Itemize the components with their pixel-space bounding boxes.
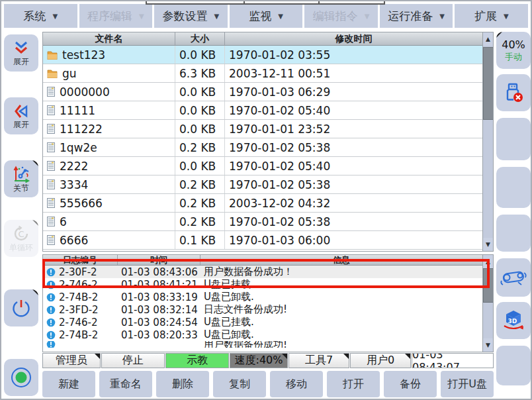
log-id: 2-746-2 [59, 279, 98, 291]
file-row[interactable]: gu 6.3 KB 2003-12-11 00:51 [43, 64, 482, 83]
file-size: 0.0 KB [175, 157, 225, 175]
svg-text:C: C [19, 229, 24, 239]
scrollbar-thumb[interactable] [483, 47, 494, 120]
robot-pendant-window: 系统▼ 程序编辑▼ 参数设置▼ 监视▼ 编辑指令▼ 运行准备▼ 扩展▼ 展开 展… [0, 0, 532, 400]
backup-button[interactable]: 备份 [384, 371, 437, 397]
start-button[interactable] [4, 359, 38, 396]
file-icon [47, 217, 55, 226]
menu-extension[interactable]: 扩展▼ [455, 4, 528, 28]
new-button[interactable]: 新建 [42, 371, 95, 397]
log-row[interactable]: 2-746-2 01-03 08:24:54 U盘已挂载. [43, 316, 482, 328]
view-3d-button[interactable]: 3D [496, 302, 531, 339]
menu-monitor[interactable]: 监视▼ [230, 4, 303, 28]
corner-flag-icon [282, 354, 287, 359]
rename-button[interactable]: 重命名 [99, 371, 152, 397]
status-speed[interactable]: 速度:40% [230, 353, 288, 368]
open-usb-button[interactable]: 打开U盘 [441, 371, 494, 397]
menu-parameter-settings[interactable]: 参数设置▼ [154, 4, 228, 28]
file-header-name: 文件名 [43, 32, 175, 45]
speed-mode-button[interactable]: 40% 手动 [496, 32, 531, 69]
scrollbar-thumb[interactable] [483, 268, 494, 303]
file-size: 0.2 KB [175, 138, 225, 156]
menu-run-prepare[interactable]: 运行准备▼ [380, 4, 453, 28]
menu-program-edit: 程序编辑▼ [79, 4, 153, 28]
file-name: 6666 [60, 234, 88, 247]
log-row[interactable]: 2-30F-2 01-03 08:43:06 用户数据备份成功！ [43, 266, 482, 278]
log-row-partial[interactable]: 用户数据备份成功! [43, 341, 482, 348]
file-size: 0.0 KB [175, 101, 225, 119]
status-run-state-label: 停止 [122, 354, 144, 368]
log-message: U盘已卸载. [200, 291, 482, 303]
menu-system[interactable]: 系统▼ [4, 4, 77, 28]
expand-left-button[interactable]: 展开 [4, 97, 38, 134]
file-date: 2003-12-11 00:51 [225, 64, 482, 82]
file-action-bar: 新建 重命名 删除 复制 移动 打开 备份 打开U盘 [42, 371, 494, 397]
status-speed-label: 速度:40% [235, 354, 283, 368]
delete-button[interactable]: 删除 [156, 371, 209, 397]
info-icon [46, 318, 56, 327]
file-size: 6.3 KB [175, 64, 225, 82]
status-run-state[interactable]: 停止 [101, 353, 165, 368]
status-user-frame-label: 用户0 [367, 354, 394, 368]
status-tool[interactable]: 工具7 [288, 353, 349, 368]
log-id: 2-74B-2 [59, 329, 98, 341]
file-row[interactable]: 11111 0.0 KB 1970-01-02 05:40 [43, 101, 482, 120]
file-icon [47, 124, 55, 134]
scroll-down-icon[interactable]: ▼ [483, 238, 494, 251]
file-name: 6 [60, 215, 67, 228]
log-id: 2-74B-2 [59, 291, 98, 303]
menu-edit-command: 编辑指令▼ [304, 4, 378, 28]
double-chevron-down-icon [13, 40, 30, 57]
log-message: 用户数据备份成功！ [200, 266, 482, 278]
file-row[interactable]: 6 0.2 KB 1970-01-02 05:38 [43, 213, 482, 231]
open-button[interactable]: 打开 [327, 371, 380, 397]
joint-mode-button[interactable]: 关节 [4, 160, 38, 197]
expand-down-button[interactable]: 展开 [4, 34, 38, 72]
file-row[interactable]: 1qw2e 0.2 KB 1970-01-02 05:38 [43, 138, 482, 157]
svg-text:3D: 3D [508, 318, 517, 325]
file-size: 0.2 KB [175, 175, 225, 193]
file-row[interactable]: 555666 0.2 KB 2003-12-02 04:32 [43, 194, 482, 213]
log-header-info: 信息 [200, 255, 482, 265]
file-name: 11111 [60, 104, 95, 117]
file-row[interactable]: 111222 0.0 KB 1970-01-01 23:52 [43, 120, 482, 138]
file-table-scrollbar[interactable]: ▲ ▼ [482, 32, 493, 251]
file-date: 1970-01-03 06:29 [225, 83, 482, 101]
log-id: 2-746-2 [59, 317, 98, 328]
file-date: 1970-01-02 05:38 [225, 138, 482, 156]
speed-value: 40% [502, 38, 525, 51]
servo-power-button[interactable] [4, 289, 38, 326]
file-row[interactable]: 6666 0.1 KB 1970-01-03 06:00 [43, 231, 482, 250]
scroll-up-icon[interactable]: ▲ [483, 255, 494, 268]
file-row[interactable]: 2222 0.0 KB 1970-01-02 05:40 [43, 157, 482, 175]
scrollbar-track[interactable] [483, 268, 494, 338]
file-size: 0.2 KB [175, 213, 225, 230]
menu-edit-command-label: 编辑指令 [313, 9, 358, 24]
status-role[interactable]: 管理员 [42, 353, 101, 368]
log-row[interactable]: 2-74B-2 01-03 08:20:33 U盘已卸载. [43, 328, 482, 341]
right-empty-button-4 [496, 346, 531, 385]
move-button[interactable]: 移动 [270, 371, 323, 397]
file-name: test123 [62, 48, 105, 62]
status-teach-mode-label: 示教 [187, 354, 208, 368]
log-row[interactable]: 2-3FD-2 01-03 08:32:14 日志文件备份成功! [43, 303, 482, 316]
usb-eject-button[interactable] [496, 74, 531, 111]
status-teach-mode[interactable]: 示教 [165, 353, 229, 368]
file-row[interactable]: 0000000 0.0 KB 1970-01-03 06:29 [43, 83, 482, 101]
copy-button[interactable]: 复制 [213, 371, 266, 397]
file-row[interactable]: test123 0.0 KB 1970-01-02 03:55 [43, 46, 482, 64]
file-size: 0.2 KB [175, 194, 225, 212]
expand-down-label: 展开 [13, 58, 29, 66]
file-row[interactable]: 3334 0.2 KB 1970-01-02 05:38 [43, 175, 482, 194]
scroll-down-icon[interactable]: ▼ [483, 338, 494, 352]
scroll-up-icon[interactable]: ▲ [483, 32, 494, 46]
corner-flag-icon [405, 354, 410, 359]
simulator-teach-button[interactable] [496, 258, 531, 297]
file-icon [47, 235, 55, 245]
scrollbar-track[interactable] [483, 46, 494, 238]
status-user-frame[interactable]: 用户0 [350, 353, 411, 368]
log-table-scrollbar[interactable]: ▲ ▼ [482, 255, 493, 352]
log-row[interactable]: 2-746-2 01-03 08:41:21 U盘已挂载. [43, 278, 482, 291]
file-icon [47, 179, 55, 189]
log-row[interactable]: 2-74B-2 01-03 08:33:19 U盘已卸载. [43, 291, 482, 303]
